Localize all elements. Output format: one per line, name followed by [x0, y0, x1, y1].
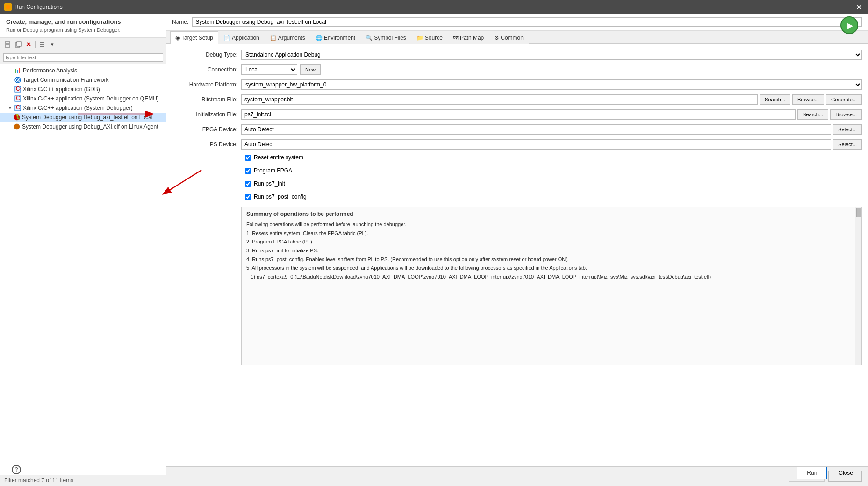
- ps-device-input[interactable]: [241, 139, 831, 150]
- scrollbar-thumb[interactable]: [856, 208, 861, 217]
- svg-rect-6: [17, 42, 21, 46]
- common-icon: ⚙: [494, 35, 499, 41]
- reset-system-label: Reset entire system: [254, 154, 303, 161]
- run-close-buttons: Run Close: [797, 467, 861, 479]
- tree-label-sys-debug-linux: System Debugger using Debug_AXI.elf on L…: [22, 123, 158, 130]
- run-ps7-label: Run ps7_init: [254, 180, 285, 187]
- svg-text:🐛: 🐛: [15, 114, 20, 120]
- run-button[interactable]: Run: [797, 467, 827, 479]
- tabs-bar: ◉ Target Setup 📄 Application 📋 Arguments…: [166, 31, 868, 44]
- svg-point-24: [14, 124, 20, 129]
- checkbox-ps7-row: Run ps7_init: [241, 180, 862, 190]
- main-content: Create, manage, and run configurations R…: [0, 14, 868, 486]
- ps-device-label: PS Device:: [172, 141, 237, 148]
- svg-rect-12: [19, 68, 20, 73]
- program-fpga-label: Program FPGA: [254, 167, 292, 174]
- name-input[interactable]: [192, 17, 862, 27]
- status-bar: Filter matched 7 of 11 items: [0, 475, 166, 486]
- tree-item-sys-debug-linux[interactable]: System Debugger using Debug_AXI.elf on L…: [0, 122, 166, 131]
- svg-text:C++: C++: [16, 95, 21, 101]
- svg-rect-10: [15, 69, 16, 73]
- program-fpga-checkbox[interactable]: [245, 168, 251, 174]
- init-browse-button[interactable]: Browse...: [830, 109, 862, 120]
- tree-item-sys-debug-axi[interactable]: 🐛 System Debugger using Debug_axi_test.e…: [0, 113, 166, 122]
- ps-select-button[interactable]: Select...: [833, 139, 862, 150]
- tab-path-map[interactable]: 🗺 Path Map: [448, 31, 489, 44]
- tree-item-xilinx-qemu[interactable]: C++ Xilinx C/C++ application (System Deb…: [0, 94, 166, 103]
- summary-container: Summary of operations to be performed Fo…: [241, 207, 862, 365]
- tree-item-perf[interactable]: Performance Analysis: [0, 66, 166, 75]
- hardware-platform-label: Hardware Platform:: [172, 81, 237, 88]
- summary-scroll-area[interactable]: Summary of operations to be performed Fo…: [242, 207, 855, 365]
- source-icon: 📁: [416, 35, 423, 41]
- init-search-button[interactable]: Search...: [797, 109, 828, 120]
- xilinx-qemu-icon: C++: [14, 95, 21, 102]
- fpga-device-label: FPGA Device:: [172, 126, 237, 133]
- target-icon: [14, 77, 21, 83]
- more-button[interactable]: ▾: [48, 40, 57, 49]
- run-post-checkbox[interactable]: [245, 194, 251, 200]
- window-icon: [4, 3, 12, 11]
- tree-label-xilinx-gdb: Xilinx C/C++ application (GDB): [23, 86, 100, 93]
- new-config-button[interactable]: +: [3, 40, 13, 49]
- reset-system-checkbox[interactable]: [245, 155, 251, 161]
- delete-button[interactable]: ✕: [24, 40, 33, 49]
- bitstream-file-input[interactable]: [241, 94, 758, 105]
- bitstream-browse-button[interactable]: Browse...: [792, 94, 824, 105]
- tab-target-setup[interactable]: ◉ Target Setup: [170, 31, 218, 44]
- connection-row: Connection: Local New: [172, 64, 862, 75]
- initialization-file-input[interactable]: [241, 109, 796, 120]
- debug-type-select[interactable]: Standalone Application Debug: [241, 50, 862, 60]
- summary-title: Summary of operations to be performed: [246, 211, 850, 217]
- left-panel: Create, manage, and run configurations R…: [0, 14, 166, 486]
- summary-scrollbar[interactable]: [855, 207, 861, 365]
- tab-source[interactable]: 📁 Source: [411, 31, 448, 44]
- application-icon: 📄: [223, 35, 230, 41]
- svg-text:+: +: [8, 42, 11, 48]
- new-connection-button[interactable]: New: [300, 64, 321, 75]
- header-section: Create, manage, and run configurations R…: [0, 14, 166, 38]
- ps-device-row: PS Device: Select...: [172, 139, 862, 150]
- tree-label-xilinx-qemu: Xilinx C/C++ application (System Debugge…: [23, 95, 159, 102]
- tab-arguments[interactable]: 📋 Arguments: [265, 31, 310, 44]
- bitstream-search-button[interactable]: Search...: [760, 94, 790, 105]
- run-ps7-checkbox[interactable]: [245, 181, 251, 187]
- tab-environment[interactable]: 🌐 Environment: [310, 31, 360, 44]
- tree-label-perf: Performance Analysis: [23, 67, 77, 74]
- tab-common[interactable]: ⚙ Common: [489, 31, 529, 44]
- connection-select[interactable]: Local: [241, 64, 297, 75]
- initialization-file-row: Initialization File: Search... Browse...: [172, 109, 862, 120]
- tab-application[interactable]: 📄 Application: [218, 31, 265, 44]
- content-area: Debug Type: Standalone Application Debug…: [166, 44, 868, 466]
- tree-item-target[interactable]: Target Communication Framework: [0, 75, 166, 85]
- bitstream-file-label: Bitstream File:: [172, 96, 237, 103]
- reset-system-row: Reset entire system: [241, 154, 303, 161]
- duplicate-button[interactable]: [14, 40, 23, 49]
- filter-input[interactable]: [3, 53, 163, 62]
- hardware-platform-select[interactable]: system_wrapper_hw_platform_0: [241, 79, 862, 90]
- tree-item-xilinx-sys[interactable]: ▼ C++ Xilinx C/C++ application (System D…: [0, 103, 166, 113]
- close-button[interactable]: ✕: [854, 3, 864, 12]
- symbol-files-icon: 🔍: [366, 35, 373, 41]
- bitstream-generate-button[interactable]: Generate...: [826, 94, 862, 105]
- xilinx-gdb-icon: C++: [14, 86, 21, 93]
- debug-type-row: Debug Type: Standalone Application Debug: [172, 50, 862, 60]
- hardware-platform-row: Hardware Platform: system_wrapper_hw_pla…: [172, 79, 862, 90]
- xilinx-sys-icon: C++: [14, 105, 21, 111]
- checkboxes-row: Reset entire system: [241, 154, 862, 164]
- run-circle-button[interactable]: [840, 16, 858, 34]
- tree-item-xilinx-gdb[interactable]: C++ Xilinx C/C++ application (GDB): [0, 85, 166, 94]
- filter-box: [0, 51, 166, 64]
- help-button[interactable]: ?: [12, 465, 21, 474]
- debug-type-label: Debug Type:: [172, 51, 237, 58]
- filter-button[interactable]: [37, 40, 47, 49]
- tab-symbol-files[interactable]: 🔍 Symbol Files: [360, 31, 411, 44]
- target-setup-icon: ◉: [175, 35, 180, 41]
- run-configurations-window: Run Configurations ✕ Create, manage, and…: [0, 0, 868, 486]
- fpga-device-input[interactable]: [241, 124, 831, 135]
- close-dialog-button[interactable]: Close: [831, 467, 861, 479]
- fpga-select-button[interactable]: Select...: [833, 124, 862, 135]
- svg-text:C++: C++: [16, 105, 21, 111]
- toolbar: + ✕ ▾: [0, 38, 166, 51]
- environment-icon: 🌐: [316, 35, 323, 41]
